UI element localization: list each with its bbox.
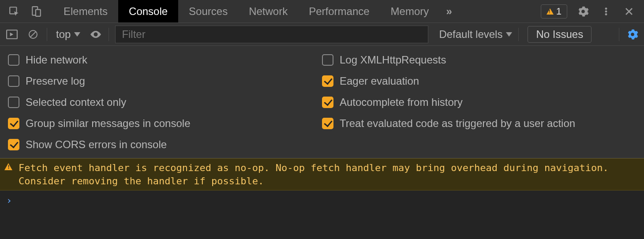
tabbar-trailing: 1 [541,4,644,19]
console-prompt[interactable]: › [0,190,644,210]
live-expression-icon[interactable] [89,30,102,39]
warning-text: Fetch event handler is recognized as no-… [19,161,638,187]
setting-autocomplete-history[interactable]: Autocomplete from history [322,96,636,108]
setting-hide-network[interactable]: Hide network [8,54,322,66]
divider [109,28,109,41]
checkbox-icon [322,118,333,129]
tab-sources[interactable]: Sources [178,0,238,22]
console-settings-panel: Hide network Log XMLHttpRequests Preserv… [0,46,644,158]
setting-label: Selected context only [26,96,126,108]
tab-elements[interactable]: Elements [53,0,118,22]
inspect-element-icon[interactable] [7,4,21,19]
checkbox-icon [8,54,19,66]
checkbox-icon [8,97,19,108]
devtools-tabbar: Elements Console Sources Network Perform… [0,0,644,23]
checkbox-icon [8,118,19,129]
warning-triangle-icon [547,8,554,15]
levels-label: Default levels [439,28,502,41]
settings-gear-icon[interactable] [576,4,590,19]
close-icon[interactable] [622,4,636,19]
setting-label: Hide network [26,54,87,66]
device-toggle-icon[interactable] [29,4,43,19]
execution-context-selector[interactable]: top [53,28,83,41]
clear-console-icon[interactable] [26,27,41,42]
svg-point-4 [605,10,607,12]
console-settings-gear-icon[interactable] [625,27,640,41]
checkbox-icon [322,54,333,66]
prompt-chevron-icon: › [6,195,12,206]
setting-label: Group similar messages in console [26,117,191,130]
setting-group-similar[interactable]: Group similar messages in console [8,117,322,130]
tabs: Elements Console Sources Network Perform… [53,0,459,22]
chevron-down-icon [74,32,80,37]
console-warning-message[interactable]: Fetch event handler is recognized as no-… [0,158,644,190]
warnings-count: 1 [556,6,562,17]
svg-point-5 [605,13,607,15]
kebab-menu-icon[interactable] [599,4,613,19]
tabbar-leading-icons [0,4,53,19]
tab-memory[interactable]: Memory [380,0,440,22]
setting-label: Autocomplete from history [340,96,463,108]
sidebar-toggle-icon[interactable] [4,27,19,42]
console-toolbar: top Default levels No Issues [0,23,644,46]
warning-triangle-icon [4,163,12,170]
context-label: top [56,28,71,41]
chevron-down-icon [506,32,512,37]
divider [47,28,47,41]
issues-button[interactable]: No Issues [528,26,592,43]
setting-label: Preserve log [26,75,85,87]
setting-show-cors-errors[interactable]: Show CORS errors in console [8,138,322,151]
filter-input[interactable] [115,26,428,43]
checkbox-icon [8,139,19,150]
setting-user-action-eval[interactable]: Treat evaluated code as triggered by a u… [322,117,636,130]
svg-point-3 [605,7,607,9]
checkbox-icon [322,97,333,108]
setting-preserve-log[interactable]: Preserve log [8,75,322,87]
setting-label: Eager evaluation [340,75,419,87]
divider [518,28,519,41]
checkbox-icon [322,75,333,87]
setting-selected-context-only[interactable]: Selected context only [8,96,322,108]
setting-label: Treat evaluated code as triggered by a u… [340,117,575,130]
log-levels-selector[interactable]: Default levels [439,28,512,41]
setting-log-xhr[interactable]: Log XMLHttpRequests [322,54,636,66]
tab-network[interactable]: Network [238,0,298,22]
tab-performance[interactable]: Performance [298,0,380,22]
svg-marker-7 [10,32,14,36]
divider [619,28,619,41]
setting-eager-evaluation[interactable]: Eager evaluation [322,75,636,87]
warnings-badge[interactable]: 1 [541,4,567,19]
svg-rect-2 [36,9,41,16]
more-tabs-button[interactable]: » [439,0,459,22]
setting-label: Log XMLHttpRequests [340,54,446,66]
checkbox-icon [8,75,19,87]
setting-label: Show CORS errors in console [26,138,167,151]
tab-console[interactable]: Console [118,0,178,22]
